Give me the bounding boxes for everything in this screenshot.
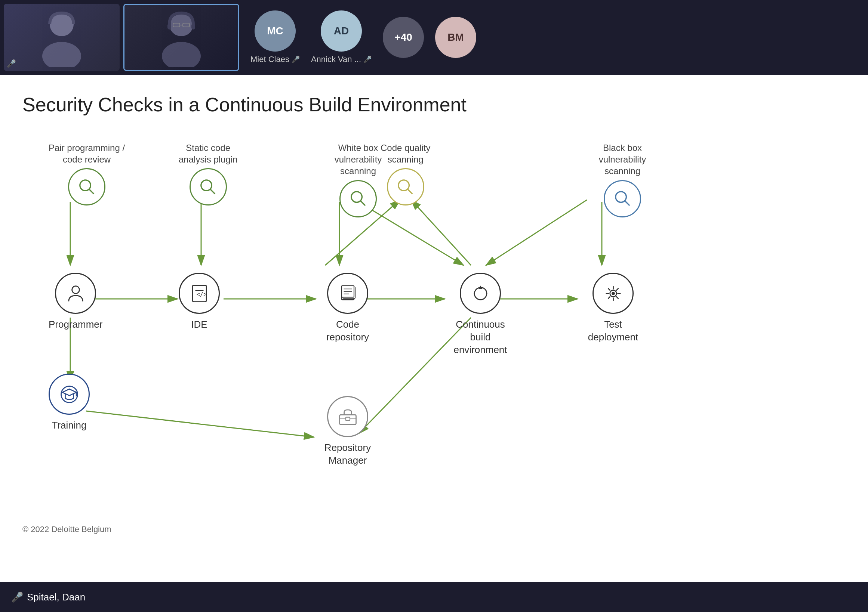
node-code-repo: Code repository bbox=[314, 273, 381, 344]
repo-manager-icon bbox=[327, 396, 368, 437]
svg-rect-8 bbox=[191, 23, 195, 29]
avatar-mc: MC bbox=[254, 11, 296, 51]
white-box-icon bbox=[339, 180, 377, 218]
diagram-arrows bbox=[0, 127, 868, 538]
participant-mc[interactable]: MC Miet Claes 🎤 bbox=[250, 11, 300, 64]
test-deploy-icon bbox=[592, 273, 634, 314]
svg-point-1 bbox=[42, 42, 81, 67]
slide-content: Security Checks in a Continuous Build En… bbox=[0, 75, 868, 612]
svg-line-26 bbox=[89, 189, 94, 194]
slide-footer: © 2022 Deloitte Belgium bbox=[22, 525, 112, 534]
mic-off-icon-1: 🎤 bbox=[7, 59, 16, 68]
svg-point-3 bbox=[162, 42, 201, 67]
node-programmer: Programmer bbox=[49, 273, 102, 331]
ide-label: IDE bbox=[191, 318, 207, 331]
training-label: Training bbox=[52, 419, 87, 432]
participant-name-mc: Miet Claes 🎤 bbox=[250, 54, 300, 64]
svg-rect-7 bbox=[167, 23, 171, 29]
node-repo-manager: Repository Manager bbox=[314, 396, 381, 467]
training-icon bbox=[49, 374, 90, 415]
svg-line-23 bbox=[86, 411, 314, 437]
svg-line-28 bbox=[210, 189, 215, 194]
video-thumb-2[interactable] bbox=[123, 4, 239, 71]
black-box-icon bbox=[604, 180, 641, 218]
participants-area: MC Miet Claes 🎤 AD Annick Van ... 🎤 +40 bbox=[250, 11, 476, 64]
node-training: Training bbox=[49, 374, 90, 432]
slide-title: Security Checks in a Continuous Build En… bbox=[0, 75, 868, 127]
pair-prog-icon bbox=[68, 168, 105, 206]
presenter-name: Spitael, Daan bbox=[27, 592, 85, 603]
black-box-label: Black box vulnerabilityscanning bbox=[581, 142, 663, 177]
video-thumb-1[interactable]: 🎤 bbox=[4, 4, 119, 71]
svg-line-34 bbox=[625, 201, 629, 206]
node-code-quality: Code qualityscanning bbox=[381, 142, 430, 206]
ide-icon: </> bbox=[179, 273, 220, 314]
participant-name-ad: Annick Van ... 🎤 bbox=[311, 54, 372, 64]
avatar-ad: AD bbox=[321, 11, 362, 51]
static-code-icon bbox=[189, 168, 227, 206]
svg-line-21 bbox=[486, 200, 587, 265]
static-code-label: Static codeanalysis plugin bbox=[179, 142, 237, 165]
participant-ad[interactable]: AD Annick Van ... 🎤 bbox=[311, 11, 372, 64]
svg-line-32 bbox=[408, 189, 412, 194]
avatar-bm: BM bbox=[435, 17, 476, 58]
svg-text:</>: </> bbox=[196, 291, 207, 298]
participant-bm[interactable]: BM bbox=[435, 17, 476, 58]
mic-muted-icon-mc: 🎤 bbox=[291, 55, 300, 63]
programmer-icon bbox=[55, 273, 96, 314]
build-env-label: Continuous build environment bbox=[447, 318, 514, 356]
video-bar: 🎤 MC Miet Claes bbox=[0, 0, 868, 75]
mic-icon: 🎤 bbox=[11, 592, 23, 603]
diagram: Pair programming /code review Static cod… bbox=[0, 127, 868, 538]
svg-line-30 bbox=[360, 201, 365, 206]
repo-manager-label: Repository Manager bbox=[314, 442, 381, 467]
participant-plus[interactable]: +40 bbox=[383, 17, 424, 58]
test-deploy-label: Test deployment bbox=[580, 318, 647, 344]
svg-line-19 bbox=[411, 200, 471, 265]
svg-rect-55 bbox=[346, 417, 350, 420]
code-quality-icon bbox=[387, 168, 424, 206]
svg-point-50 bbox=[612, 292, 615, 295]
pair-prog-label: Pair programming /code review bbox=[49, 142, 125, 165]
node-pair-prog: Pair programming /code review bbox=[49, 142, 125, 206]
node-ide: </> IDE bbox=[179, 273, 220, 331]
code-quality-label: Code qualityscanning bbox=[381, 142, 430, 165]
avatar-plus: +40 bbox=[383, 17, 424, 58]
svg-point-35 bbox=[72, 286, 79, 293]
programmer-label: Programmer bbox=[49, 318, 102, 331]
code-repo-icon bbox=[327, 273, 368, 314]
node-black-box: Black box vulnerabilityscanning bbox=[581, 142, 663, 218]
mic-muted-icon-ad: 🎤 bbox=[363, 55, 372, 63]
build-env-icon bbox=[460, 273, 501, 314]
node-build-env: Continuous build environment bbox=[447, 273, 514, 356]
node-static-code: Static codeanalysis plugin bbox=[179, 142, 237, 206]
bottom-bar: 🎤 Spitael, Daan bbox=[0, 582, 868, 612]
node-test-deploy: Test deployment bbox=[580, 273, 647, 344]
code-repo-label: Code repository bbox=[314, 318, 381, 344]
